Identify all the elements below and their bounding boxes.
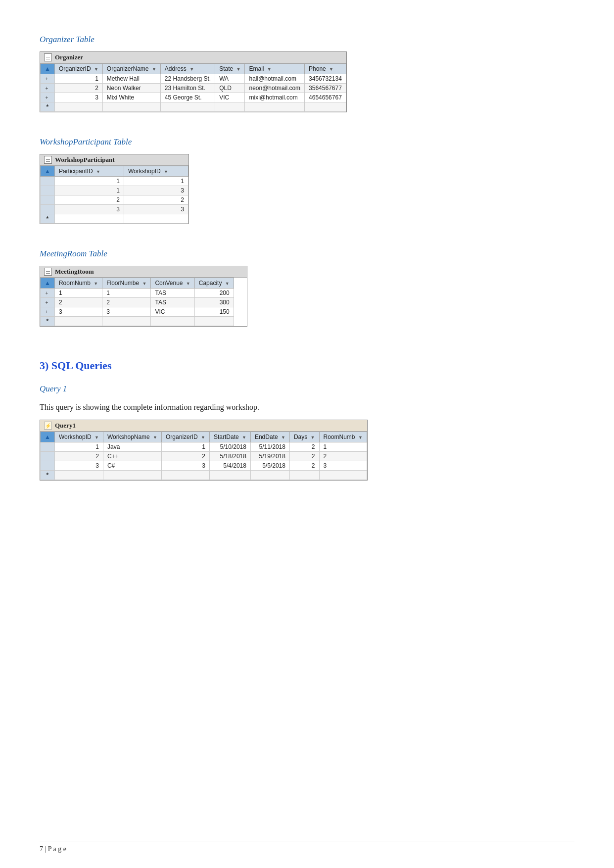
q1-new-wsid[interactable] — [54, 471, 103, 480]
org-state-1: WA — [215, 74, 245, 84]
org-new-email[interactable] — [245, 102, 305, 112]
sql-section-title: 3) SQL Queries — [40, 359, 574, 372]
meetingroom-title-bar: MeetingRoom — [40, 266, 247, 278]
org-phone-3: 4654656767 — [305, 93, 346, 102]
mr-sel-2[interactable]: + — [41, 298, 55, 307]
q1-new-room[interactable] — [319, 471, 367, 480]
wp-new-pid[interactable] — [54, 214, 124, 224]
q1-col-wsid[interactable]: WorkshopID ▼ — [54, 432, 103, 442]
q1-sel-2[interactable] — [41, 452, 55, 461]
mr-floor-3: 3 — [102, 307, 151, 317]
mr-col-room[interactable]: RoomNumb ▼ — [54, 278, 102, 289]
q1-col-room[interactable]: RoomNumb ▼ — [319, 432, 367, 442]
q1-days-2: 2 — [289, 452, 319, 461]
wp-sel-1[interactable] — [41, 177, 55, 186]
organizer-new-row: * — [41, 102, 346, 112]
org-new-addr[interactable] — [160, 102, 215, 112]
workshopparticipant-table-icon — [44, 156, 52, 164]
mr-new-venue[interactable] — [151, 317, 194, 326]
page-number: 7 — [40, 845, 43, 853]
wp-col-wid[interactable]: WorkshopID ▼ — [124, 166, 188, 177]
query1-heading: Query 1 — [40, 384, 574, 394]
org-new-id[interactable] — [54, 102, 102, 112]
mr-col-venue[interactable]: ConVenue ▼ — [151, 278, 194, 289]
q1-col-days[interactable]: Days ▼ — [289, 432, 319, 442]
page: Organizer Table Organizer ▲ OrganizerID … — [0, 0, 614, 868]
org-new-phone[interactable] — [305, 102, 346, 112]
mr-new-capacity[interactable] — [194, 317, 234, 326]
q1-col-end[interactable]: EndDate ▼ — [250, 432, 289, 442]
org-addr-2: 23 Hamilton St. — [160, 84, 215, 93]
q1-room-3: 3 — [319, 461, 367, 471]
organizer-col-address[interactable]: Address ▼ — [160, 64, 215, 74]
wp-sel-4[interactable] — [41, 205, 55, 214]
mr-floor-1: 1 — [102, 289, 151, 298]
q1-new-orgid[interactable] — [162, 471, 210, 480]
organizer-new-row-selector[interactable]: * — [41, 102, 55, 112]
wp-sel-2[interactable] — [41, 186, 55, 195]
organizer-col-email[interactable]: Email ▼ — [245, 64, 305, 74]
mr-new-floor[interactable] — [102, 317, 151, 326]
organizer-col-phone[interactable]: Phone ▼ — [305, 64, 346, 74]
q1-new-row-selector[interactable]: * — [41, 471, 55, 480]
q1-sel-1[interactable] — [41, 442, 55, 452]
meetingroom-table-name: MeetingRoom — [55, 268, 94, 276]
wp-col-pid[interactable]: ParticipantID ▼ — [54, 166, 124, 177]
q1-end-3: 5/5/2018 — [250, 461, 289, 471]
workshopparticipant-section: WorkshopParticipant Table WorkshopPartic… — [40, 137, 574, 239]
org-phone-1: 3456732134 — [305, 74, 346, 84]
q1-room-1: 1 — [319, 442, 367, 452]
meetingroom-section: MeetingRoom Table MeetingRoom ▲ RoomNumb… — [40, 249, 574, 341]
wp-new-wid[interactable] — [124, 214, 188, 224]
q1-new-days[interactable] — [289, 471, 319, 480]
org-addr-3: 45 George St. — [160, 93, 215, 102]
q1-col-start[interactable]: StartDate ▼ — [209, 432, 250, 442]
mr-venue-2: TAS — [151, 298, 194, 307]
query1-table-name: Query1 — [55, 422, 76, 430]
mr-col-floor[interactable]: FloorNumbe ▼ — [102, 278, 151, 289]
q1-new-row: * — [41, 471, 367, 480]
page-label: | P a g e — [45, 845, 67, 853]
organizer-table-wrapper: Organizer ▲ OrganizerID ▼ OrganizerName … — [40, 51, 347, 112]
organizer-heading: Organizer Table — [40, 35, 574, 45]
mr-row-1: + 1 1 TAS 200 — [41, 289, 234, 298]
mr-sel-3[interactable]: + — [41, 307, 55, 317]
q1-end-2: 5/19/2018 — [250, 452, 289, 461]
organizer-col-state[interactable]: State ▼ — [215, 64, 245, 74]
q1-new-start[interactable] — [209, 471, 250, 480]
q1-col-selector[interactable]: ▲ — [41, 432, 55, 442]
q1-end-1: 5/11/2018 — [250, 442, 289, 452]
org-id-2: 2 — [54, 84, 102, 93]
q1-new-name[interactable] — [103, 471, 161, 480]
q1-days-3: 2 — [289, 461, 319, 471]
row-sel-2[interactable]: + — [41, 84, 55, 93]
q1-new-end[interactable] — [250, 471, 289, 480]
query1-description: This query is showing the complete infor… — [40, 403, 574, 412]
mr-new-room[interactable] — [54, 317, 102, 326]
org-name-1: Methew Hall — [102, 74, 160, 84]
org-email-1: hall@hotmail.com — [245, 74, 305, 84]
organizer-title-bar: Organizer — [40, 52, 346, 63]
org-new-state[interactable] — [215, 102, 245, 112]
q1-col-name[interactable]: WorkshopName ▼ — [103, 432, 161, 442]
row-sel-3[interactable]: + — [41, 93, 55, 102]
row-sel-1[interactable]: + — [41, 74, 55, 84]
organizer-col-selector[interactable]: ▲ — [41, 64, 55, 74]
organizer-col-id[interactable]: OrganizerID ▼ — [54, 64, 102, 74]
mr-col-selector[interactable]: ▲ — [41, 278, 55, 289]
q1-col-orgid[interactable]: OrganizerID ▼ — [162, 432, 210, 442]
org-new-name[interactable] — [102, 102, 160, 112]
mr-col-capacity[interactable]: Capacity ▼ — [194, 278, 234, 289]
query1-section: Query 1 This query is showing the comple… — [40, 384, 574, 495]
wp-col-selector[interactable]: ▲ — [41, 166, 55, 177]
organizer-col-name[interactable]: OrganizerName ▼ — [102, 64, 160, 74]
wp-pid-1: 1 — [54, 177, 124, 186]
mr-sel-1[interactable]: + — [41, 289, 55, 298]
q1-sel-3[interactable] — [41, 461, 55, 471]
wp-new-row-selector[interactable]: * — [41, 214, 55, 224]
wp-sel-3[interactable] — [41, 195, 55, 205]
mr-row-3: + 3 3 VIC 150 — [41, 307, 234, 317]
q1-days-1: 2 — [289, 442, 319, 452]
mr-new-row-selector[interactable]: * — [41, 317, 55, 326]
organizer-table-name: Organizer — [55, 53, 83, 61]
